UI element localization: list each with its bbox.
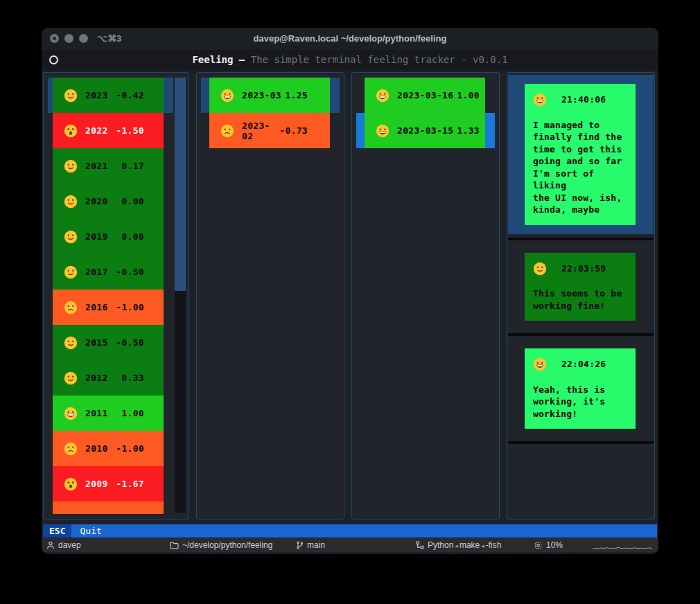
option-label: 2009 [85, 479, 108, 489]
git-branch-icon [296, 541, 304, 549]
option-label: 2022 [85, 125, 108, 136]
option-label: 2023-02 [242, 121, 279, 141]
entry-card-body: 22:04:26Yeah, this is working, it's work… [525, 348, 636, 429]
years-panel: 2023-0.422022-1.5020210.1720200.0020190.… [43, 72, 189, 519]
mood-face-icon [533, 357, 547, 371]
option-content: 2023-0.42 [53, 78, 164, 113]
cpu-icon [534, 541, 543, 550]
separator-icon: ◂ [480, 542, 486, 549]
feeling-entry-card[interactable]: 22:03:59This seems to be working fine! [508, 244, 654, 330]
list-option[interactable]: 2022-1.50 [48, 113, 173, 148]
list-option[interactable]: 20190.00 [48, 219, 173, 254]
list-option[interactable]: 2023-03-151.33 [356, 113, 495, 148]
option-label: 2023 [85, 90, 108, 100]
option-label: 2016 [85, 302, 108, 312]
mood-face-icon [64, 407, 78, 420]
option-content: 2016-1.00 [53, 290, 164, 325]
esc-key-binding[interactable]: ESC [43, 524, 71, 538]
years-scrollbar[interactable] [175, 78, 186, 513]
app-name: Feeling — [192, 54, 245, 65]
process-tree-icon [416, 541, 424, 549]
entry-divider [508, 441, 654, 444]
entry-divider [508, 238, 654, 240]
option-content [53, 501, 164, 514]
option-label: 2020 [85, 196, 108, 206]
list-option[interactable]: 2016-1.00 [48, 290, 173, 325]
list-option[interactable]: 2009-1.67 [48, 466, 173, 501]
option-value: 0.00 [121, 231, 164, 242]
app-tagline: The simple terminal feeling tracker - v0… [245, 54, 507, 65]
user-icon [46, 541, 55, 549]
mood-face-icon [64, 159, 78, 173]
option-value: 0.00 [121, 196, 164, 206]
option-value: -1.50 [116, 125, 164, 136]
list-option[interactable]: 20210.17 [48, 148, 173, 184]
option-content: 20190.00 [53, 219, 164, 254]
option-content: 2015-0.50 [53, 325, 164, 360]
mood-face-icon [64, 195, 78, 208]
list-option[interactable]: 2023-02-0.73 [201, 113, 340, 148]
option-label: 2010 [85, 443, 108, 454]
folder-icon [170, 542, 179, 549]
entry-message: This seems to be working fine! [533, 287, 627, 312]
mood-face-icon [533, 262, 547, 276]
scrollbar-thumb[interactable] [175, 78, 186, 291]
window-title: davep@Raven.local ~/develop/python/feeli… [42, 33, 658, 44]
list-option[interactable] [48, 501, 173, 514]
mood-face-icon [64, 230, 78, 244]
status-git-branch: main [296, 538, 325, 552]
status-user: davep [46, 538, 81, 552]
option-label: 2011 [85, 408, 108, 418]
quit-action[interactable]: Quit [80, 526, 101, 536]
option-content: 2023-03-161.00 [365, 78, 485, 113]
option-content: 2017-0.50 [53, 254, 164, 290]
mood-face-icon [64, 301, 78, 314]
option-label: 2012 [85, 373, 108, 383]
list-option[interactable]: 20200.00 [48, 184, 173, 219]
entry-card-body: 22:03:59This seems to be working fine! [525, 253, 636, 321]
list-option[interactable]: 20111.00 [48, 396, 173, 431]
option-content: 20200.00 [53, 184, 164, 219]
macos-titlebar: ⌥⌘3 davep@Raven.local ~/develop/python/f… [42, 28, 658, 50]
days-panel: 2023-03-161.002023-03-151.33 [351, 72, 500, 519]
option-value: 1.33 [457, 125, 485, 136]
entry-time: 21:40:06 [533, 93, 627, 107]
list-option[interactable]: 2023-03-161.00 [356, 78, 495, 113]
cpu-sparkline-graph [593, 540, 652, 550]
mood-face-icon [64, 442, 78, 456]
list-option[interactable]: 2023-0.42 [48, 78, 173, 113]
mood-face-icon [376, 124, 390, 138]
option-value: 0.33 [121, 373, 164, 383]
terminal-window: ⌥⌘3 davep@Raven.local ~/develop/python/f… [42, 28, 658, 554]
option-value: 1.25 [285, 90, 330, 100]
option-content: 2010-1.00 [53, 431, 164, 466]
feeling-entry-card[interactable]: 22:04:26Yeah, this is working, it's work… [508, 339, 654, 438]
mood-face-icon [220, 124, 234, 138]
app-header: Feeling — The simple terminal feeling tr… [42, 50, 658, 71]
years-option-list: 2023-0.422022-1.5020210.1720200.0020190.… [48, 78, 173, 514]
feeling-entry-card[interactable]: 21:40:06I managed to finally find the ti… [508, 75, 654, 234]
list-option[interactable]: 20120.33 [48, 360, 173, 396]
list-option[interactable]: 2010-1.00 [48, 431, 173, 466]
option-label: 2015 [85, 337, 108, 348]
months-option-list: 2023-031.252023-02-0.73 [201, 78, 340, 514]
months-panel: 2023-031.252023-02-0.73 [196, 72, 344, 519]
option-value: 0.17 [121, 161, 164, 171]
runtime-chain: Python◂make◂-fish [428, 540, 501, 550]
separator-icon: ◂ [453, 542, 460, 549]
list-option[interactable]: 2015-0.50 [48, 325, 173, 360]
option-label: 2019 [85, 231, 108, 242]
option-value: 1.00 [121, 408, 164, 418]
mood-face-icon [376, 89, 390, 103]
days-option-list: 2023-03-161.002023-03-151.33 [356, 78, 495, 514]
status-cpu: 10% [534, 538, 563, 552]
feeling-entries-list: 21:40:06I managed to finally find the ti… [508, 75, 654, 447]
entry-time: 22:04:26 [533, 357, 627, 371]
option-value: -1.00 [116, 443, 164, 454]
list-option[interactable]: 2023-031.25 [201, 78, 340, 113]
list-option[interactable]: 2017-0.50 [48, 254, 173, 290]
mood-face-icon [64, 89, 78, 103]
option-value: -0.73 [279, 125, 330, 136]
option-content: 2023-031.25 [209, 78, 330, 113]
app-title: Feeling — The simple terminal feeling tr… [42, 54, 658, 65]
